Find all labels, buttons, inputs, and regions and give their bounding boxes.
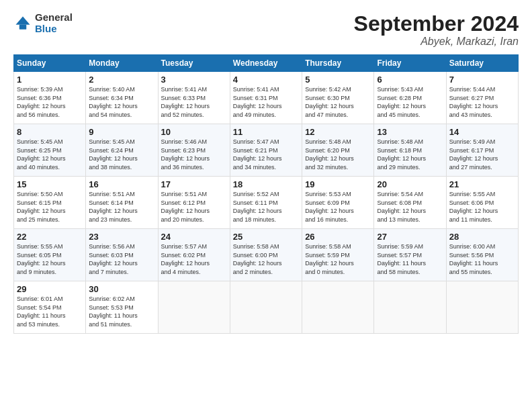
day-info: Sunrise: 6:00 AMSunset: 5:56 PMDaylight:… (449, 243, 498, 275)
day-info: Sunrise: 5:49 AMSunset: 6:17 PMDaylight:… (449, 138, 498, 171)
day-info: Sunrise: 5:56 AMSunset: 6:03 PMDaylight:… (89, 243, 138, 275)
day-info: Sunrise: 5:53 AMSunset: 6:09 PMDaylight:… (305, 191, 354, 223)
week-row-3: 15Sunrise: 5:50 AMSunset: 6:15 PMDayligh… (14, 177, 519, 229)
day-info: Sunrise: 5:40 AMSunset: 6:34 PMDaylight:… (89, 86, 138, 118)
logo-icon (13, 14, 32, 33)
day-cell-1: 1Sunrise: 5:39 AMSunset: 6:36 PMDaylight… (14, 72, 86, 124)
calendar-table: SundayMondayTuesdayWednesdayThursdayFrid… (13, 54, 519, 334)
day-cell-27: 27Sunrise: 5:59 AMSunset: 5:57 PMDayligh… (374, 229, 446, 281)
day-number: 13 (377, 127, 443, 137)
logo-general-text: General (35, 12, 73, 24)
day-number: 22 (17, 232, 83, 242)
logo: General Blue (13, 12, 73, 34)
month-title: September 2024 (354, 12, 519, 36)
day-number: 10 (161, 127, 227, 137)
day-number: 2 (89, 75, 154, 85)
day-number: 16 (89, 179, 154, 189)
day-number: 9 (89, 127, 154, 137)
empty-cell (374, 281, 446, 334)
day-number: 26 (305, 232, 371, 242)
weekday-header-monday: Monday (86, 55, 158, 72)
weekday-header-wednesday: Wednesday (230, 55, 302, 72)
day-number: 17 (161, 179, 227, 189)
day-cell-17: 17Sunrise: 5:51 AMSunset: 6:12 PMDayligh… (158, 177, 230, 229)
day-info: Sunrise: 5:51 AMSunset: 6:14 PMDaylight:… (89, 191, 138, 223)
day-number: 3 (161, 75, 227, 85)
day-info: Sunrise: 5:48 AMSunset: 6:18 PMDaylight:… (377, 138, 426, 171)
week-row-4: 22Sunrise: 5:55 AMSunset: 6:05 PMDayligh… (14, 229, 519, 281)
day-info: Sunrise: 5:45 AMSunset: 6:25 PMDaylight:… (17, 138, 66, 171)
title-block: September 2024 Abyek, Markazi, Iran (354, 12, 519, 48)
day-info: Sunrise: 5:59 AMSunset: 5:57 PMDaylight:… (377, 243, 426, 275)
day-cell-19: 19Sunrise: 5:53 AMSunset: 6:09 PMDayligh… (302, 177, 374, 229)
day-info: Sunrise: 5:55 AMSunset: 6:05 PMDaylight:… (17, 243, 66, 275)
day-info: Sunrise: 5:39 AMSunset: 6:36 PMDaylight:… (17, 86, 66, 118)
day-number: 25 (233, 232, 299, 242)
day-cell-4: 4Sunrise: 5:41 AMSunset: 6:31 PMDaylight… (230, 72, 302, 124)
day-cell-22: 22Sunrise: 5:55 AMSunset: 6:05 PMDayligh… (14, 229, 86, 281)
day-cell-24: 24Sunrise: 5:57 AMSunset: 6:02 PMDayligh… (158, 229, 230, 281)
day-cell-25: 25Sunrise: 5:58 AMSunset: 6:00 PMDayligh… (230, 229, 302, 281)
week-row-1: 1Sunrise: 5:39 AMSunset: 6:36 PMDaylight… (14, 72, 519, 124)
day-number: 15 (17, 179, 83, 189)
day-number: 12 (305, 127, 371, 137)
day-cell-5: 5Sunrise: 5:42 AMSunset: 6:30 PMDaylight… (302, 72, 374, 124)
header: General Blue September 2024 Abyek, Marka… (13, 12, 519, 48)
day-cell-28: 28Sunrise: 6:00 AMSunset: 5:56 PMDayligh… (446, 229, 518, 281)
day-cell-18: 18Sunrise: 5:52 AMSunset: 6:11 PMDayligh… (230, 177, 302, 229)
day-cell-13: 13Sunrise: 5:48 AMSunset: 6:18 PMDayligh… (374, 124, 446, 177)
weekday-header-saturday: Saturday (446, 55, 518, 72)
day-cell-14: 14Sunrise: 5:49 AMSunset: 6:17 PMDayligh… (446, 124, 518, 177)
page: General Blue September 2024 Abyek, Marka… (0, 0, 532, 411)
day-info: Sunrise: 5:42 AMSunset: 6:30 PMDaylight:… (305, 86, 354, 118)
day-info: Sunrise: 5:51 AMSunset: 6:12 PMDaylight:… (161, 191, 210, 223)
day-info: Sunrise: 5:57 AMSunset: 6:02 PMDaylight:… (161, 243, 210, 275)
day-cell-12: 12Sunrise: 5:48 AMSunset: 6:20 PMDayligh… (302, 124, 374, 177)
day-number: 20 (377, 179, 443, 189)
day-cell-23: 23Sunrise: 5:56 AMSunset: 6:03 PMDayligh… (86, 229, 158, 281)
day-info: Sunrise: 5:43 AMSunset: 6:28 PMDaylight:… (377, 86, 426, 118)
day-number: 14 (449, 127, 515, 137)
day-info: Sunrise: 5:54 AMSunset: 6:08 PMDaylight:… (377, 191, 426, 223)
day-cell-10: 10Sunrise: 5:46 AMSunset: 6:23 PMDayligh… (158, 124, 230, 177)
day-number: 18 (233, 179, 299, 189)
day-cell-26: 26Sunrise: 5:58 AMSunset: 5:59 PMDayligh… (302, 229, 374, 281)
day-cell-6: 6Sunrise: 5:43 AMSunset: 6:28 PMDaylight… (374, 72, 446, 124)
day-number: 19 (305, 179, 371, 189)
day-cell-16: 16Sunrise: 5:51 AMSunset: 6:14 PMDayligh… (86, 177, 158, 229)
day-number: 4 (233, 75, 299, 85)
day-cell-9: 9Sunrise: 5:45 AMSunset: 6:24 PMDaylight… (86, 124, 158, 177)
day-cell-30: 30Sunrise: 6:02 AMSunset: 5:53 PMDayligh… (86, 281, 158, 334)
day-cell-3: 3Sunrise: 5:41 AMSunset: 6:33 PMDaylight… (158, 72, 230, 124)
day-info: Sunrise: 5:41 AMSunset: 6:33 PMDaylight:… (161, 86, 210, 118)
svg-marker-0 (16, 16, 30, 24)
day-info: Sunrise: 5:46 AMSunset: 6:23 PMDaylight:… (161, 138, 210, 171)
weekday-header-row: SundayMondayTuesdayWednesdayThursdayFrid… (14, 55, 519, 72)
day-cell-2: 2Sunrise: 5:40 AMSunset: 6:34 PMDaylight… (86, 72, 158, 124)
week-row-2: 8Sunrise: 5:45 AMSunset: 6:25 PMDaylight… (14, 124, 519, 177)
empty-cell (446, 281, 518, 334)
day-number: 8 (17, 127, 83, 137)
day-info: Sunrise: 5:45 AMSunset: 6:24 PMDaylight:… (89, 138, 138, 171)
weekday-header-sunday: Sunday (14, 55, 86, 72)
day-info: Sunrise: 5:52 AMSunset: 6:11 PMDaylight:… (233, 191, 282, 223)
day-number: 6 (377, 75, 443, 85)
day-number: 5 (305, 75, 371, 85)
empty-cell (230, 281, 302, 334)
day-number: 29 (17, 284, 83, 294)
svg-rect-1 (19, 24, 27, 29)
day-cell-15: 15Sunrise: 5:50 AMSunset: 6:15 PMDayligh… (14, 177, 86, 229)
day-info: Sunrise: 5:58 AMSunset: 5:59 PMDaylight:… (305, 243, 354, 275)
day-number: 11 (233, 127, 299, 137)
day-number: 7 (449, 75, 515, 85)
weekday-header-tuesday: Tuesday (158, 55, 230, 72)
day-cell-20: 20Sunrise: 5:54 AMSunset: 6:08 PMDayligh… (374, 177, 446, 229)
weekday-header-thursday: Thursday (302, 55, 374, 72)
day-cell-11: 11Sunrise: 5:47 AMSunset: 6:21 PMDayligh… (230, 124, 302, 177)
day-cell-7: 7Sunrise: 5:44 AMSunset: 6:27 PMDaylight… (446, 72, 518, 124)
day-number: 28 (449, 232, 515, 242)
day-cell-8: 8Sunrise: 5:45 AMSunset: 6:25 PMDaylight… (14, 124, 86, 177)
day-cell-21: 21Sunrise: 5:55 AMSunset: 6:06 PMDayligh… (446, 177, 518, 229)
day-number: 27 (377, 232, 443, 242)
day-info: Sunrise: 5:44 AMSunset: 6:27 PMDaylight:… (449, 86, 498, 118)
